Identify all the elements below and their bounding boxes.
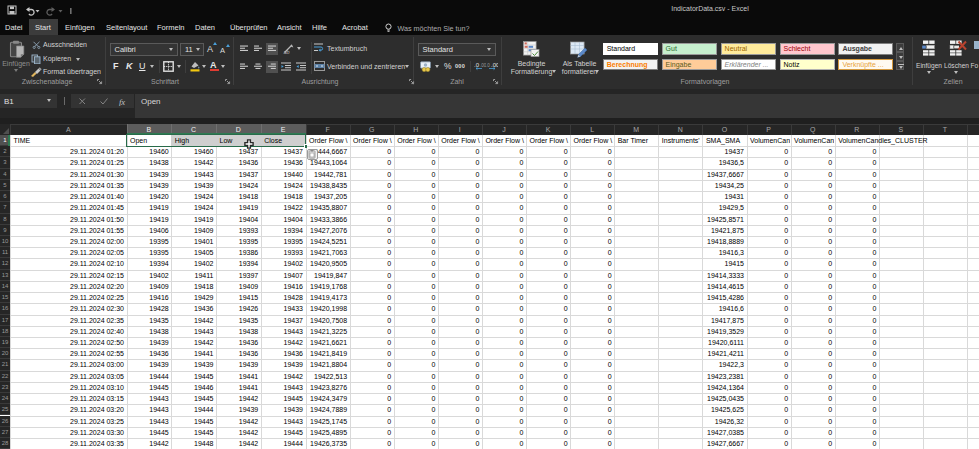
svg-text:ab: ab — [284, 49, 290, 54]
svg-text:.0: .0 — [474, 62, 480, 68]
svg-text:fx: fx — [119, 97, 125, 106]
svg-text:.00: .00 — [480, 63, 486, 68]
svg-text:.00: .00 — [491, 62, 498, 68]
svg-text:.0: .0 — [486, 63, 490, 68]
